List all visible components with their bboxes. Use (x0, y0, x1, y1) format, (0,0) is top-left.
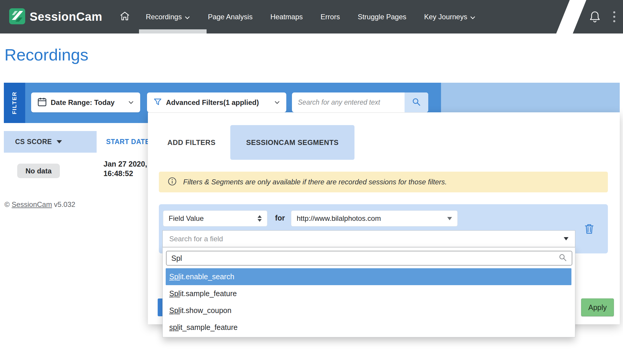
nav-item-errors[interactable]: Errors (312, 0, 349, 33)
filter-tab-label: FILTER (11, 91, 18, 114)
nav-home[interactable] (113, 0, 137, 33)
copyright-symbol: © (4, 200, 12, 208)
cs-score-header-label: CS SCORE (15, 138, 52, 146)
nav-item-page-analysis[interactable]: Page Analysis (199, 0, 261, 33)
nav-active-indicator (139, 29, 207, 33)
notifications-button[interactable] (589, 11, 600, 24)
chevron-down-icon (185, 13, 190, 21)
chevron-down-icon (274, 100, 280, 105)
field-search-combobox[interactable]: Search for a field (162, 230, 575, 247)
calendar-icon (38, 97, 47, 108)
brand-name: SessionCam (30, 10, 102, 23)
dropdown-caret-icon (564, 237, 568, 240)
field-option[interactable]: Split.sample_feature (166, 285, 571, 302)
field-search-placeholder: Search for a field (169, 235, 223, 243)
advanced-filters-label: Advanced Filters(1 applied) (166, 98, 259, 107)
for-label: for (275, 214, 285, 222)
advanced-filters-button[interactable]: Advanced Filters(1 applied) (147, 92, 286, 112)
cs-score-badge: No data (17, 164, 60, 178)
top-navbar: SessionCam Recordings Page Analysis Heat… (0, 0, 623, 33)
nav-item-recordings[interactable]: Recordings (137, 0, 199, 33)
page-title: Recordings (4, 45, 88, 64)
field-option[interactable]: split_sample_feature (166, 319, 571, 336)
version-label: v5.032 (52, 200, 75, 208)
date-range-label: Date Range: Today (51, 98, 115, 107)
field-search-input[interactable] (171, 254, 559, 263)
sessioncam-logo-icon (9, 8, 25, 26)
date-range-button[interactable]: Date Range: Today (31, 92, 140, 112)
field-type-value: Field Value (169, 214, 204, 223)
kebab-dot (613, 20, 615, 22)
start-date-line1: Jan 27 2020, (103, 159, 147, 169)
field-option[interactable]: Split.enable_search (166, 268, 571, 285)
search-icon (412, 98, 421, 108)
delete-filter-button[interactable] (584, 223, 594, 236)
chevron-down-icon (470, 13, 475, 21)
column-header-cs-score[interactable]: CS SCORE (4, 131, 97, 153)
up-down-arrows-icon (258, 215, 262, 222)
start-date-value: Jan 27 2020, 16:48:52 (103, 159, 147, 178)
field-search-box (166, 251, 572, 266)
brand[interactable]: SessionCam (9, 0, 102, 33)
sort-desc-icon (57, 140, 62, 143)
nav-items: Recordings Page Analysis Heatmaps Errors… (113, 0, 484, 33)
chevron-down-icon (128, 100, 134, 105)
navbar-diagonal-divider (554, 0, 588, 39)
field-option[interactable]: Split.show_coupon (166, 302, 571, 319)
kebab-dot (613, 11, 615, 13)
nav-item-label: Key Journeys (424, 13, 467, 21)
field-type-select[interactable]: Field Value (163, 210, 267, 226)
overflow-menu-button[interactable] (613, 11, 615, 22)
site-select-value: http://www.bilalphotos.com (297, 214, 381, 223)
info-icon (168, 177, 177, 187)
kebab-dot (613, 16, 615, 18)
nav-item-key-journeys[interactable]: Key Journeys (415, 0, 484, 33)
nav-item-label: Struggle Pages (358, 13, 406, 21)
tab-add-filters[interactable]: ADD FILTERS (159, 125, 224, 160)
trash-icon (584, 230, 594, 235)
info-banner-text: Filters & Segments are only available if… (183, 178, 447, 186)
bell-icon (589, 19, 600, 24)
home-icon (120, 11, 130, 23)
sessioncam-footer-link[interactable]: SessionCam (12, 200, 52, 208)
field-options-dropdown: Split.enable_search Split.sample_feature… (162, 247, 575, 337)
funnel-icon (154, 98, 162, 107)
start-date-line2: 16:48:52 (103, 169, 147, 178)
site-select[interactable]: http://www.bilalphotos.com (291, 210, 458, 226)
nav-item-struggle-pages[interactable]: Struggle Pages (349, 0, 415, 33)
quick-search (292, 92, 428, 112)
nav-item-label: Heatmaps (270, 13, 303, 21)
search-icon (559, 253, 567, 263)
quick-search-input[interactable] (292, 98, 405, 106)
advanced-filters-panel: ADD FILTERS SESSIONCAM SEGMENTS Filters … (148, 112, 620, 324)
dropdown-caret-icon (447, 217, 452, 220)
nav-item-label: Recordings (146, 13, 182, 21)
start-date-header-label: START DATE (106, 138, 150, 146)
field-options-list: Split.enable_search Split.sample_feature… (163, 268, 575, 336)
apply-button[interactable]: Apply (581, 298, 614, 316)
quick-search-button[interactable] (405, 92, 428, 112)
nav-item-label: Errors (321, 13, 340, 21)
nav-item-label: Page Analysis (208, 13, 253, 21)
tab-sessioncam-segments[interactable]: SESSIONCAM SEGMENTS (230, 125, 354, 160)
filter-vertical-tab[interactable]: FILTER (4, 83, 25, 123)
footer: © SessionCam v5.032 (4, 200, 75, 209)
info-banner: Filters & Segments are only available if… (159, 172, 608, 192)
nav-item-heatmaps[interactable]: Heatmaps (261, 0, 312, 33)
